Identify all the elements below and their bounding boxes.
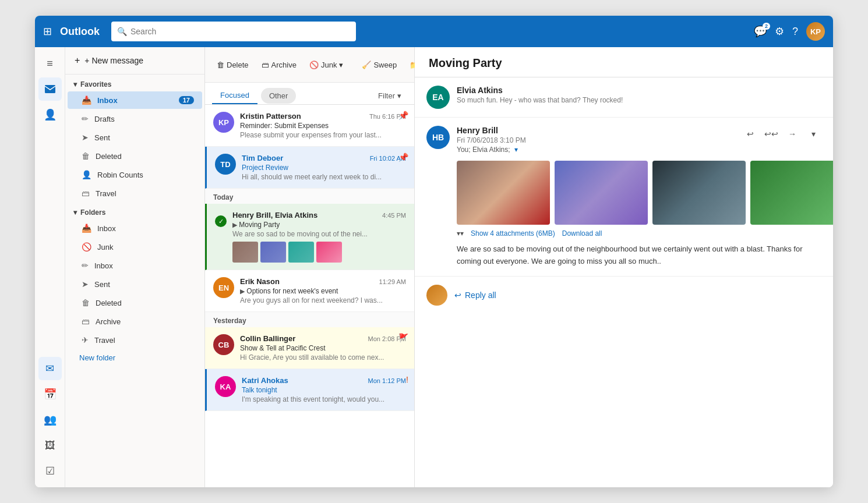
- junk-chevron-icon: ▾: [339, 61, 343, 69]
- email-body: Collin Ballinger Mon 2:08 PM Show & Tell…: [240, 334, 406, 362]
- rail-gallery-icon[interactable]: 🖼: [38, 434, 62, 457]
- filter-label: Filter: [378, 91, 395, 100]
- search-icon: 🔍: [117, 27, 127, 36]
- sidebar-folder-inbox2[interactable]: ✏ Inbox: [68, 257, 202, 274]
- app-title: Outlook: [60, 26, 100, 38]
- section-today-label: Today: [205, 189, 414, 204]
- folder-junk-label: Junk: [97, 243, 113, 252]
- thread-attachments: ▾▾ Show 4 attachments (6MB) Download all: [457, 229, 821, 238]
- sidebar-folder-sent[interactable]: ➤ Sent: [68, 275, 202, 293]
- folders-header[interactable]: ▾ Folders: [65, 203, 204, 219]
- sweep-button[interactable]: 🧹 Sweep: [357, 58, 401, 72]
- pin-icon: 📌: [398, 153, 408, 162]
- reply-all-button[interactable]: ↩ Reply all: [454, 291, 496, 300]
- topbar-right: 💬 2 ⚙ ? KP: [754, 22, 825, 41]
- filter-chevron-icon: ▾: [397, 91, 401, 100]
- reply-all-label: Reply all: [465, 291, 496, 300]
- download-all-link[interactable]: Download all: [562, 229, 602, 238]
- rail-calendar-icon[interactable]: 📅: [38, 382, 62, 406]
- email-header: Erik Nason 11:29 AM: [240, 277, 406, 286]
- forward-icon[interactable]: →: [784, 126, 800, 142]
- reply-icon[interactable]: ↩: [742, 126, 758, 142]
- list-item[interactable]: ✓ Henry Brill, Elvia Atkins 4:45 PM ▶ Mo…: [205, 204, 414, 270]
- folders-chevron-icon: ▾: [73, 208, 77, 217]
- list-item[interactable]: KP Kristin Patterson Thu 6:16 PM Reminde…: [205, 105, 414, 147]
- new-message-icon: +: [75, 55, 80, 66]
- favorites-header[interactable]: ▾ Favorites: [65, 75, 204, 91]
- settings-icon[interactable]: ⚙: [775, 25, 784, 38]
- sidebar-folder-archive[interactable]: 🗃 Archive: [68, 313, 202, 330]
- new-message-label: + New message: [84, 56, 143, 65]
- search-input[interactable]: [130, 27, 350, 36]
- list-item[interactable]: CB Collin Ballinger Mon 2:08 PM Show & T…: [205, 327, 414, 369]
- expand-recipients-icon[interactable]: ▾: [514, 146, 518, 154]
- email-body: Kristin Patterson Thu 6:16 PM Reminder: …: [240, 112, 406, 139]
- avatar: TD: [215, 154, 236, 175]
- archive-button[interactable]: 🗃 Archive: [257, 58, 301, 72]
- archive-icon: 🗃: [262, 61, 269, 69]
- rail-tasks-icon[interactable]: ☑: [38, 459, 62, 483]
- reply-all-icon[interactable]: ↩↩: [763, 126, 779, 142]
- junk-button[interactable]: 🚫 Junk ▾: [305, 58, 348, 72]
- user-avatar[interactable]: KP: [806, 22, 825, 41]
- chevron-down-icon: ▾: [73, 80, 77, 88]
- sidebar-sent-label: Sent: [94, 133, 110, 142]
- list-item[interactable]: TD Tim Deboer Fri 10:02 AM Project Revie…: [205, 147, 414, 189]
- help-icon[interactable]: ?: [792, 26, 798, 38]
- rail-people-icon[interactable]: 👤: [38, 103, 62, 126]
- list-item[interactable]: EN Erik Nason 11:29 AM ▶ Options for nex…: [205, 270, 414, 312]
- rail-menu-icon[interactable]: ≡: [38, 52, 62, 75]
- delete-button[interactable]: 🗑 Delete: [212, 58, 253, 72]
- new-folder-link[interactable]: New folder: [65, 349, 204, 366]
- detail-scroll[interactable]: EA Elvia Atkins So much fun. Hey - who w…: [415, 77, 833, 487]
- avatar-initials: KP: [810, 27, 821, 36]
- list-item[interactable]: KA Katri Ahokas Mon 1:12 PM Talk tonight…: [205, 369, 414, 411]
- reply-box[interactable]: ↩ Reply all: [415, 277, 833, 314]
- thread-sender: Elvia Atkins: [457, 86, 821, 95]
- show-attachments-link[interactable]: Show 4 attachments (6MB): [471, 229, 555, 238]
- flag-icon: 🚩: [398, 333, 408, 342]
- inbox-badge: 17: [179, 96, 194, 104]
- sidebar: + + New message ▾ Favorites 📥 Inbox 17 ✏…: [65, 47, 205, 487]
- search-box[interactable]: 🔍: [111, 22, 356, 41]
- thread-item: EA Elvia Atkins So much fun. Hey - who w…: [415, 77, 833, 118]
- travel-icon: 🗃: [82, 189, 90, 198]
- sidebar-folder-deleted[interactable]: 🗑 Deleted: [68, 294, 202, 311]
- filter-button[interactable]: Filter ▾: [372, 88, 407, 103]
- sidebar-folder-travel[interactable]: ✈ Travel: [68, 331, 202, 349]
- sidebar-deleted-label: Deleted: [96, 152, 122, 161]
- new-folder-label: New folder: [79, 353, 115, 362]
- sidebar-folder-junk[interactable]: 🚫 Junk: [68, 238, 202, 256]
- section-yesterday-label: Yesterday: [205, 312, 414, 327]
- sidebar-item-travel[interactable]: 🗃 Travel: [68, 185, 202, 202]
- sweep-icon: 🧹: [362, 61, 371, 69]
- sidebar-item-deleted[interactable]: 🗑 Deleted: [68, 147, 202, 165]
- sidebar-item-drafts[interactable]: ✏ Drafts: [68, 110, 202, 127]
- sweep-label: Sweep: [373, 61, 397, 69]
- sidebar-item-inbox[interactable]: 📥 Inbox 17: [68, 91, 202, 109]
- sidebar-inbox-label: Inbox: [97, 96, 118, 105]
- email-time: 4:45 PM: [382, 212, 406, 219]
- reply-all-icon: ↩: [454, 291, 461, 300]
- tab-other[interactable]: Other: [261, 88, 297, 104]
- tab-focused[interactable]: Focused: [212, 87, 257, 104]
- pin-icon: 📌: [398, 111, 408, 120]
- expand-icon[interactable]: ▾: [805, 126, 821, 142]
- rail-outlook-icon[interactable]: [38, 77, 62, 101]
- waffle-icon[interactable]: ⊞: [43, 25, 52, 38]
- sidebar-folder-inbox[interactable]: 📥 Inbox: [68, 219, 202, 237]
- skype-icon[interactable]: 💬 2: [754, 25, 767, 38]
- rail-contacts-icon[interactable]: 👥: [38, 408, 62, 431]
- folder-junk-icon: 🚫: [82, 242, 91, 252]
- new-message-button[interactable]: + + New message: [65, 47, 204, 75]
- email-preview: Hi Gracie, Are you still available to co…: [240, 353, 406, 362]
- sidebar-drafts-label: Drafts: [94, 115, 115, 123]
- folder-travel-label: Travel: [94, 336, 115, 345]
- email-sender: Katri Ahokas: [242, 376, 288, 385]
- email-preview: I'm speaking at this event tonight, woul…: [242, 395, 406, 403]
- delete-icon: 🗑: [217, 61, 224, 69]
- sidebar-item-sent[interactable]: ➤ Sent: [68, 129, 202, 146]
- rail-mail-icon[interactable]: ✉: [38, 357, 62, 380]
- email-subject: Reminder: Submit Expenses: [240, 122, 406, 130]
- sidebar-item-robin-counts[interactable]: 👤 Robin Counts: [68, 166, 202, 183]
